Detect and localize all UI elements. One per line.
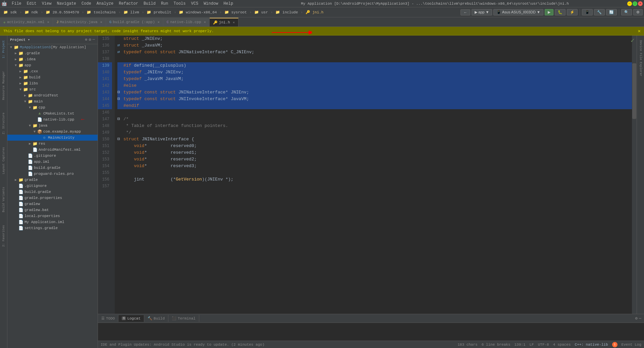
menu-vcs[interactable]: VCS	[189, 1, 201, 7]
toolbar-sysroot[interactable]: 📁 sysroot	[222, 9, 249, 15]
tree-root[interactable]: ▼ 📁 MyApplication3 [My Application]	[7, 44, 98, 50]
toolbar-usr[interactable]: 📁 usr	[252, 9, 270, 15]
structure-panel-button[interactable]: Z: Structure	[1, 111, 6, 136]
tree-cpp[interactable]: ▼ 📁 cpp	[7, 105, 98, 111]
tree-proguard[interactable]: 📄 proguard-rules.pro	[7, 171, 98, 177]
build-variants-button[interactable]: Build Variants	[1, 186, 6, 214]
tree-local-properties[interactable]: 📄 local.properties	[7, 213, 98, 219]
tree-androidtest[interactable]: ▶ 📁 androidTest	[7, 92, 98, 98]
tree-res[interactable]: ▶ 📁 res	[7, 141, 98, 147]
toolbar-winx64[interactable]: 📁 windows-x86_64	[177, 9, 219, 15]
tree-package[interactable]: ▼ 📦 com.example.myapp	[7, 129, 98, 135]
project-panel-button[interactable]: 1: Project	[1, 39, 6, 60]
tab-activity-main[interactable]: ◈ activity_main.xml ✕	[0, 18, 53, 26]
tab-buildgradle[interactable]: G build.gradle (:app) ✕	[106, 18, 163, 26]
menu-edit[interactable]: Edit	[24, 1, 39, 7]
tree-src[interactable]: ▼ 📁 src	[7, 86, 98, 92]
event-log-label[interactable]: Event Log	[622, 343, 641, 347]
menu-view[interactable]: View	[39, 1, 54, 7]
close-button[interactable]: ✕	[638, 1, 643, 6]
maximize-button[interactable]: □	[633, 1, 637, 6]
toolbar-version[interactable]: 📁 20.0.5594570	[44, 9, 81, 15]
tree-java[interactable]: ▼ 📁 java	[7, 123, 98, 129]
search-everywhere[interactable]: 🔍	[621, 9, 632, 15]
sdk-button[interactable]: 🔧	[594, 9, 605, 15]
bottom-tab-terminal[interactable]: ⬛ Terminal	[168, 315, 199, 322]
tree-manifest[interactable]: 📄 AndroidManifest.xml	[7, 147, 98, 153]
bottom-close-icon[interactable]: —	[639, 316, 641, 321]
toolbar-ndk[interactable]: 📁 ndk	[22, 9, 40, 15]
tree-gradlew[interactable]: 📄 gradlew	[7, 201, 98, 207]
tree-main[interactable]: ▼ 📁 main	[7, 98, 98, 105]
sidebar-settings-icon[interactable]: ⚙	[89, 37, 91, 42]
tree-cmakelists[interactable]: ▲ CMakeLists.txt	[7, 111, 98, 117]
run-button[interactable]: ▶	[545, 9, 553, 15]
run-config-button[interactable]: ▶ app ▼	[472, 9, 492, 15]
tree-buildgradle-app[interactable]: 📄 build.gradle	[7, 165, 98, 171]
profile-button[interactable]: ⚡	[567, 9, 578, 15]
tree-buildgradle-root[interactable]: 📄 build.gradle	[7, 189, 98, 195]
tab-mainactivity[interactable]: J MainActivity.java ✕	[53, 18, 106, 26]
toolbar-sdk[interactable]: 📁 sdk	[1, 9, 19, 15]
avd-button[interactable]: 📱	[582, 9, 593, 15]
menu-window[interactable]: Window	[201, 1, 221, 7]
tab-nativelib[interactable]: C native-lib.cpp ✕	[163, 18, 210, 26]
toolbar-prebuilt[interactable]: 📁 prebuilt	[145, 9, 173, 15]
bottom-tab-todo[interactable]: ☰ TODO	[98, 315, 118, 322]
tree-gitignore-root[interactable]: 📄 .gitignore	[7, 183, 98, 189]
tree-gitignore-app[interactable]: 📄 .gitignore	[7, 153, 98, 159]
status-linebreaks[interactable]: 6 line breaks	[482, 343, 511, 347]
status-chars[interactable]: 183 chars	[458, 343, 477, 347]
menu-code[interactable]: Code	[79, 1, 94, 7]
code-content-area[interactable]: struct _JNIEnv; ⇄ struct _JavaVM; ⇄ type…	[115, 36, 632, 314]
tree-settings-gradle[interactable]: 📄 settings.gradle	[7, 225, 98, 231]
layout-captures-button[interactable]: Layout Captures	[1, 146, 6, 176]
toolbar-include[interactable]: 📁 include	[273, 9, 300, 15]
sync-button[interactable]: 🔄	[606, 9, 617, 15]
tree-gradle-folder[interactable]: ▶ 📁 gradle	[7, 177, 98, 183]
status-encoding[interactable]: UTF-8	[538, 343, 549, 347]
toolbar-llvm[interactable]: 📁 llvm	[121, 9, 141, 15]
tree-build-folder[interactable]: ▶ 📁 build	[7, 74, 98, 80]
tree-mainactivity[interactable]: ⊙ MainActivity	[7, 135, 98, 141]
tab-close-mainactivity[interactable]: ✕	[100, 20, 102, 24]
settings-button[interactable]: ⚙	[633, 9, 643, 15]
sidebar-locate-icon[interactable]: ⊕	[85, 37, 87, 42]
debug-button[interactable]: 🐛	[555, 9, 566, 15]
tree-idea[interactable]: ▶ 📁 .idea	[7, 56, 98, 62]
menu-tools[interactable]: Tools	[171, 1, 189, 7]
tree-gradlewbat[interactable]: 📄 gradlew.bat	[7, 207, 98, 213]
tree-myappiml[interactable]: 📄 My Application.iml	[7, 219, 98, 225]
toolbar-jnih[interactable]: 🔑 jni.h	[304, 9, 326, 15]
bottom-tab-build[interactable]: 🔨 Build	[144, 315, 168, 322]
event-log-badge[interactable]: 1	[612, 342, 618, 347]
toolbar-back[interactable]: ←	[461, 9, 470, 15]
tab-close-buildgradle[interactable]: ✕	[158, 20, 160, 24]
tree-gradle-hidden[interactable]: ▶ 📁 .gradle	[7, 50, 98, 56]
tab-close-nativelib[interactable]: ✕	[204, 20, 206, 24]
status-position[interactable]: 139:1	[515, 343, 526, 347]
status-filetype[interactable]: C++: native-lib	[575, 343, 608, 347]
bottom-tab-logcat[interactable]: 6 Logcat	[118, 315, 144, 322]
tree-app[interactable]: ▼ 📁 app	[7, 62, 98, 68]
minimize-button[interactable]: ─	[627, 1, 632, 6]
tree-libs[interactable]: ▶ 📁 libs	[7, 80, 98, 86]
tree-nativelib[interactable]: 📄 native-lib.cpp ←	[7, 117, 98, 123]
menu-help[interactable]: Help	[221, 1, 236, 7]
tab-close-activity-main[interactable]: ✕	[47, 20, 49, 24]
tree-gradle-properties[interactable]: 📄 gradle.properties	[7, 195, 98, 201]
vertical-scrollbar[interactable]	[632, 36, 637, 314]
menu-navigate[interactable]: Navigate	[54, 1, 79, 7]
sidebar-collapse-icon[interactable]: —	[93, 37, 95, 42]
status-indent[interactable]: 4 spaces	[553, 343, 571, 347]
tree-appiml[interactable]: 📄 app.iml	[7, 159, 98, 165]
toolbar-toolchains[interactable]: 📁 toolchains	[85, 9, 118, 15]
menu-analyze[interactable]: Analyze	[94, 1, 116, 7]
device-file-explorer-button[interactable]: Device File Explorer	[638, 39, 643, 78]
device-selector[interactable]: 📱 Asus ASUS_I003DD ▼	[493, 9, 543, 15]
menu-run[interactable]: Run	[158, 1, 171, 7]
bottom-settings-icon[interactable]: ⚙	[635, 316, 638, 321]
scrollbar-thumb[interactable]	[632, 63, 636, 119]
warning-close[interactable]: ✕	[638, 28, 641, 34]
tab-jnih[interactable]: 🔑 jni.h ✕	[210, 18, 238, 26]
